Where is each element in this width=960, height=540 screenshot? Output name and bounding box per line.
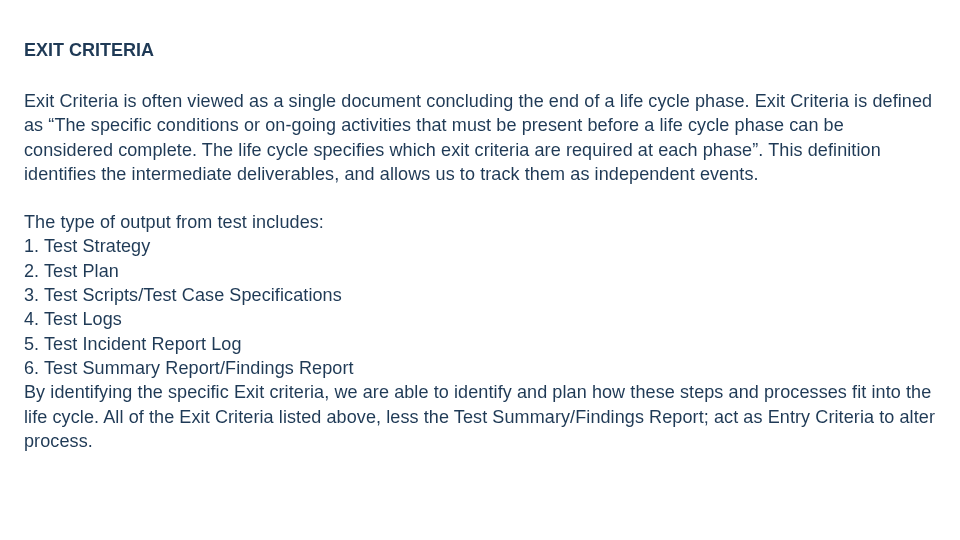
paragraph-definition: Exit Criteria is often viewed as a singl… xyxy=(24,89,936,186)
output-item-6: 6. Test Summary Report/Findings Report xyxy=(24,356,936,380)
output-types-outro: By identifying the specific Exit criteri… xyxy=(24,380,936,453)
output-item-2: 2. Test Plan xyxy=(24,259,936,283)
output-item-5: 5. Test Incident Report Log xyxy=(24,332,936,356)
slide: EXIT CRITERIA Exit Criteria is often vie… xyxy=(0,0,960,540)
output-item-4: 4. Test Logs xyxy=(24,307,936,331)
output-item-3: 3. Test Scripts/Test Case Specifications xyxy=(24,283,936,307)
output-types-intro: The type of output from test includes: xyxy=(24,210,936,234)
output-item-1: 1. Test Strategy xyxy=(24,234,936,258)
heading-exit-criteria: EXIT CRITERIA xyxy=(24,40,936,61)
output-types-block: The type of output from test includes: 1… xyxy=(24,210,936,453)
